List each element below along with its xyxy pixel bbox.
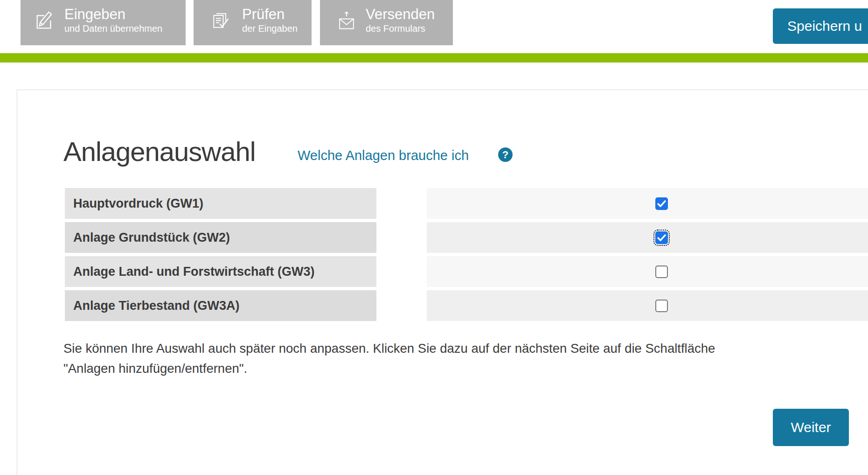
checkbox-anlage-grundstueck-gw2[interactable] bbox=[655, 231, 668, 244]
note-text: Sie können Ihre Auswahl auch später noch… bbox=[63, 338, 715, 378]
step-versenden[interactable]: Versenden des Formulars bbox=[320, 0, 453, 45]
checkbox-anlage-land-forstwirtschaft-gw3[interactable] bbox=[655, 265, 668, 278]
step-title: Versenden bbox=[366, 7, 435, 22]
row-checkbox-cell bbox=[427, 256, 868, 287]
page-title: Anlagenauswahl bbox=[63, 137, 256, 167]
elster-form-page: Eingeben und Daten übernehmen Prüfen der… bbox=[0, 0, 868, 475]
send-envelope-icon bbox=[337, 10, 356, 31]
edit-icon bbox=[34, 10, 55, 31]
row-label: Hauptvordruck (GW1) bbox=[65, 188, 376, 219]
row-checkbox-cell bbox=[427, 222, 868, 253]
step-subtitle: der Eingaben bbox=[242, 24, 298, 34]
step-pruefen[interactable]: Prüfen der Eingaben bbox=[194, 0, 312, 45]
checkmark-icon bbox=[655, 197, 668, 210]
note-line-2: "Anlagen hinzufügen/entfernen". bbox=[63, 358, 715, 378]
row-checkbox-cell bbox=[427, 290, 868, 321]
row-label: Anlage Grundstück (GW2) bbox=[65, 222, 376, 253]
row-checkbox-cell bbox=[427, 188, 868, 219]
checkbox-hauptvordruck-gw1[interactable] bbox=[655, 197, 668, 210]
row-label: Anlage Land- und Forstwirtschaft (GW3) bbox=[65, 256, 376, 287]
save-button[interactable]: Speichern u bbox=[773, 8, 868, 44]
help-link[interactable]: Welche Anlagen brauche ich bbox=[298, 148, 469, 163]
step-title: Eingeben bbox=[64, 7, 162, 22]
next-button[interactable]: Weiter bbox=[773, 409, 849, 446]
step-eingeben[interactable]: Eingeben und Daten übernehmen bbox=[21, 0, 186, 45]
checkbox-anlage-tierbestand-gw3a[interactable] bbox=[655, 300, 668, 312]
note-line-1: Sie können Ihre Auswahl auch später noch… bbox=[63, 338, 715, 358]
content-panel: Anlagenauswahl Welche Anlagen brauche ic… bbox=[17, 90, 868, 475]
check-document-icon bbox=[210, 10, 231, 31]
accent-green-bar bbox=[0, 53, 868, 63]
checkmark-icon bbox=[655, 231, 668, 244]
step-subtitle: und Daten übernehmen bbox=[64, 24, 162, 34]
row-label: Anlage Tierbestand (GW3A) bbox=[65, 290, 376, 321]
help-question-icon[interactable]: ? bbox=[498, 147, 513, 162]
step-title: Prüfen bbox=[242, 7, 298, 22]
step-subtitle: des Formulars bbox=[366, 24, 435, 34]
